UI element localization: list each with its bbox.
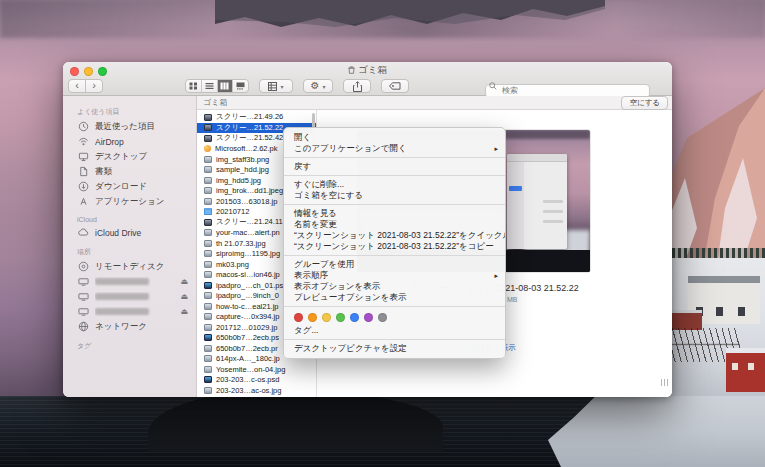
image-file-icon xyxy=(204,345,212,352)
file-name: Yosemite…on-04.jpg xyxy=(216,365,285,374)
menu-item[interactable]: このアプリケーションで開く▸ xyxy=(284,143,505,154)
file-name: img_brok…dd1.jpeg xyxy=(216,186,283,195)
display-icon xyxy=(77,306,89,318)
file-row[interactable]: 203-203…ac-os.jpg xyxy=(197,385,316,396)
screenshot-file-icon xyxy=(204,124,212,131)
sidebar-item[interactable]: iCloud Drive xyxy=(63,225,196,240)
sidebar-item-server[interactable]: ⏏ xyxy=(63,304,196,319)
group-by-button[interactable]: ▾ xyxy=(259,79,293,93)
sidebar-item-server[interactable]: ⏏ xyxy=(63,289,196,304)
menu-item[interactable]: タグ... xyxy=(284,325,505,336)
eject-icon[interactable]: ⏏ xyxy=(180,292,188,301)
gallery-view-button[interactable] xyxy=(233,80,248,92)
column-view-button[interactable] xyxy=(218,80,234,92)
column-resize-grip[interactable] xyxy=(661,379,668,386)
sidebar-item[interactable]: アプリケーション xyxy=(63,194,196,209)
icon-view-button[interactable] xyxy=(186,80,202,92)
window-titlebar[interactable]: ゴミ箱 ‹ › ▾ ⚙ ▾ xyxy=(63,62,672,96)
wallpaper-red-shed xyxy=(670,310,702,330)
menu-item-label: 戻す xyxy=(294,161,311,171)
action-button[interactable]: ⚙ ▾ xyxy=(303,79,333,93)
tag-color-purple[interactable] xyxy=(364,313,373,322)
menu-item[interactable]: プレビューオプションを表示 xyxy=(284,292,505,303)
menu-item[interactable]: 表示順序▸ xyxy=(284,270,505,281)
window-title: ゴミ箱 xyxy=(63,64,672,77)
image-file-icon xyxy=(204,240,212,247)
sidebar-section-title: よく使う項目 xyxy=(63,107,196,119)
menu-item[interactable]: すぐに削除... xyxy=(284,179,505,190)
sidebar-item-server[interactable]: ⏏ xyxy=(63,274,196,289)
sidebar-section-title: iCloud xyxy=(63,216,196,225)
download-icon xyxy=(77,181,89,193)
menu-item-label: デスクトップピクチャを設定 xyxy=(294,343,407,353)
image-file-icon xyxy=(204,355,212,362)
sidebar-item[interactable]: 書類 xyxy=(63,164,196,179)
preview-file-size: MB xyxy=(507,296,518,303)
file-row[interactable]: Yosemite…on-04.jpg xyxy=(197,364,316,375)
file-name: how-to-c…eal21.jp xyxy=(216,302,279,311)
menu-item-label: このアプリケーションで開く xyxy=(294,143,407,153)
menu-item[interactable]: 名前を変更 xyxy=(284,219,505,230)
sidebar-item[interactable]: ダウンロード xyxy=(63,179,196,194)
menu-item[interactable]: デスクトップピクチャを設定 xyxy=(284,343,505,354)
tag-color-yellow[interactable] xyxy=(322,313,331,322)
psd-file-icon xyxy=(204,282,212,289)
tag-color-blue[interactable] xyxy=(350,313,359,322)
sidebar-item[interactable]: リモートディスク xyxy=(63,259,196,274)
sidebar-item-label: ダウンロード xyxy=(95,181,188,193)
menu-item[interactable]: 開く xyxy=(284,132,505,143)
menu-item[interactable]: ゴミ箱を空にする xyxy=(284,190,505,201)
wallpaper-ridge xyxy=(215,0,605,34)
menu-item[interactable]: “スクリーンショット 2021-08-03 21.52.22”をクイックルック xyxy=(284,230,505,241)
file-name: スクリー…21.52.22 xyxy=(216,123,283,133)
sidebar: よく使う項目最近使った項目AirDropデスクトップ書類ダウンロードアプリケーシ… xyxy=(63,96,197,397)
image-file-icon xyxy=(204,324,212,331)
menu-divider xyxy=(284,157,505,158)
menu-item[interactable]: グループを使用 xyxy=(284,259,505,270)
sidebar-item-label xyxy=(95,292,176,302)
file-name: ipadpro_…9inch_0 xyxy=(216,291,279,300)
wallpaper-red-house xyxy=(726,348,765,392)
tags-button[interactable] xyxy=(381,79,409,93)
menu-divider xyxy=(284,204,505,205)
tag-icon xyxy=(389,82,401,90)
thumbnail-dialog xyxy=(507,154,567,249)
image-file-icon xyxy=(204,366,212,373)
sidebar-item-label: リモートディスク xyxy=(95,261,188,273)
file-name: macos-si…ion46.jp xyxy=(216,270,280,279)
menu-item[interactable]: 戻す xyxy=(284,161,505,172)
list-view-button[interactable] xyxy=(202,80,218,92)
tag-color-green[interactable] xyxy=(336,313,345,322)
screenshot-file-icon xyxy=(204,135,212,142)
tag-color-orange[interactable] xyxy=(308,313,317,322)
toolbar: ‹ › ▾ ⚙ ▾ xyxy=(63,77,672,96)
sidebar-item[interactable]: 最近使った項目 xyxy=(63,119,196,134)
menu-divider xyxy=(284,175,505,176)
menu-divider xyxy=(284,339,505,340)
eject-icon[interactable]: ⏏ xyxy=(180,307,188,316)
sidebar-item[interactable]: デスクトップ xyxy=(63,149,196,164)
menu-item-label: プレビューオプションを表示 xyxy=(294,292,407,302)
tag-color-red[interactable] xyxy=(294,313,303,322)
empty-trash-button[interactable]: 空にする xyxy=(621,96,668,110)
document-icon xyxy=(77,166,89,178)
file-name: 203-203…c-os.psd xyxy=(216,375,279,384)
chevron-down-icon: ▾ xyxy=(322,83,325,90)
file-row[interactable]: スクリー…21.49.26 xyxy=(197,112,316,123)
menu-item[interactable]: 情報を見る xyxy=(284,208,505,219)
sidebar-item[interactable]: AirDrop xyxy=(63,134,196,149)
menu-item[interactable]: “スクリーンショット 2021-08-03 21.52.22”をコピー xyxy=(284,241,505,252)
menu-item[interactable]: 表示オプションを表示 xyxy=(284,281,505,292)
tag-color-gray[interactable] xyxy=(378,313,387,322)
sidebar-item-label: 書類 xyxy=(95,166,188,178)
forward-button[interactable]: › xyxy=(85,79,103,93)
back-button[interactable]: ‹ xyxy=(68,79,86,93)
menu-item-label: グループを使用 xyxy=(294,259,354,269)
sidebar-item-label xyxy=(95,277,176,287)
eject-icon[interactable]: ⏏ xyxy=(180,277,188,286)
file-row[interactable]: 203-203…c-os.psd xyxy=(197,375,316,386)
share-button[interactable] xyxy=(343,79,371,93)
image-file-icon xyxy=(204,387,212,394)
screenshot-file-icon xyxy=(204,114,212,121)
sidebar-item[interactable]: ネットワーク xyxy=(63,319,196,334)
